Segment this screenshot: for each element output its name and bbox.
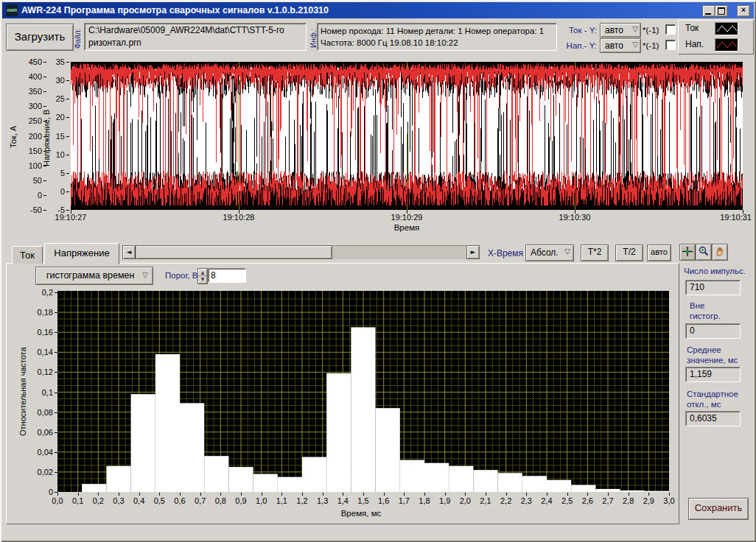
hist-x-tick: 1,0 [251, 496, 273, 505]
nap-y-scale-dropdown[interactable]: авто ▽ [600, 38, 641, 53]
hist-x-tickmark [262, 493, 262, 496]
hist-y-tick: 0,12 [22, 367, 53, 376]
x-time-label: X-Время [479, 248, 523, 258]
hist-x-tick: 1,4 [332, 496, 354, 505]
tok-y-scale-dropdown[interactable]: авто ▽ [600, 23, 641, 38]
close-button[interactable]: × [737, 5, 750, 17]
hist-x-tickmark [384, 493, 385, 496]
hist-x-tick: 1,2 [291, 496, 313, 505]
hist-x-tick: 0,2 [87, 496, 109, 505]
t-half-button-label: T/2 [623, 247, 635, 257]
hist-x-tickmark [404, 493, 405, 496]
t2-button[interactable]: T*2 [581, 244, 609, 261]
scrollbar-thumb[interactable] [136, 245, 332, 259]
tok-invert-checkbox[interactable] [665, 24, 676, 35]
hist-x-tick: 1,7 [393, 496, 415, 505]
scope-nap-tickmark [66, 62, 69, 63]
legend-tok-label: Ток [685, 24, 699, 32]
scope-tok-tickmark [43, 166, 46, 166]
threshold-input[interactable] [208, 268, 246, 283]
hist-y-tick: 0,02 [22, 468, 53, 476]
hist-x-tickmark [119, 493, 119, 496]
t-half-button[interactable]: T/2 [615, 244, 643, 261]
tok-invert-label: *(-1) [643, 26, 659, 35]
hist-x-tickmark [281, 493, 282, 496]
scope-nap-tickmark [66, 117, 69, 118]
x-time-mode-dropdown[interactable]: Абсол. ▽ [525, 244, 574, 261]
scope-nap-tickmark [66, 210, 69, 211]
chevron-down-icon: ▽ [632, 26, 638, 33]
scroll-left-button[interactable]: ◄ [122, 245, 136, 259]
spinner-up-icon: ▲ [198, 269, 207, 275]
save-button[interactable]: Сохранить [688, 498, 749, 520]
nap-line-icon [715, 39, 738, 51]
hist-x-tickmark [567, 493, 568, 496]
scope-nap-tick: 5 [46, 169, 65, 177]
hist-x-tickmark [648, 493, 649, 496]
hist-x-tick: 0,7 [189, 496, 211, 505]
app-icon-text: AWR [7, 8, 17, 13]
hist-y-tick: 0,2 [22, 288, 53, 297]
zoom-tool-button[interactable] [696, 244, 712, 261]
scroll-right-button[interactable]: ► [466, 245, 480, 259]
scope-tok-tickmark [43, 180, 46, 181]
tab-tok[interactable]: Ток [12, 246, 43, 264]
minimize-button[interactable] [702, 5, 715, 17]
scope-tok-axis-label: Ток, А [9, 113, 18, 161]
scope-tok-tick: 100 [18, 161, 42, 170]
hist-x-tick: 2,6 [576, 496, 598, 505]
scope-nap-tickmark [66, 173, 69, 174]
scope-x-tick: 19:10:29 [383, 213, 430, 222]
scope-x-tickmark [575, 210, 575, 214]
scope-nap-tickmark [66, 136, 69, 137]
histogram-plot[interactable] [57, 291, 669, 495]
hist-x-tickmark [98, 493, 99, 496]
hist-x-axis-label: Время, мс [323, 509, 399, 518]
threshold-label: Порог, В [165, 271, 197, 280]
tab-napryazhenie[interactable]: Напряжение [44, 243, 119, 264]
hist-x-tick: 1,6 [373, 496, 395, 505]
hist-x-tick: 1,8 [413, 496, 435, 505]
scrollbar[interactable]: ◄ ► [122, 245, 480, 259]
hist-y-tick: 0 [22, 488, 53, 496]
x-time-mode-value: Абсол. [531, 247, 559, 258]
pan-tool-button[interactable] [712, 244, 728, 261]
nap-invert-label: *(-1) [643, 41, 659, 50]
outside-hist-value: 0 [685, 323, 741, 339]
std-label: Стандартное откл., мс [687, 389, 756, 409]
hist-y-tickmark [55, 292, 57, 293]
file-path-field[interactable]: C:\Hardware\05009_AWR224M\dat\CTT\STT-5-… [84, 23, 307, 51]
maximize-button[interactable] [715, 5, 728, 17]
hist-y-tickmark [55, 472, 57, 473]
load-button-label: Загрузить [15, 30, 66, 43]
cursor-tool-button[interactable] [679, 244, 696, 261]
x-auto-button[interactable]: авто [647, 244, 671, 261]
file-label: Файл: [74, 26, 82, 51]
mean-label: Среднее значение, мс [687, 345, 753, 365]
hist-x-tickmark [526, 493, 527, 496]
scope-tok-tick: 350 [18, 87, 42, 96]
window-title: AWR-224 Программа просмотра сварочных си… [21, 5, 329, 15]
scope-plot[interactable] [71, 62, 743, 210]
hist-x-tickmark [343, 493, 343, 496]
analysis-mode-dropdown[interactable]: гистограмма времен ▽ [35, 267, 153, 285]
chevron-down-icon: ▽ [564, 248, 570, 256]
hist-y-tickmark [55, 393, 57, 393]
crosshair-icon [682, 245, 693, 258]
hist-x-tick: 2,1 [475, 496, 497, 505]
hist-x-tickmark [445, 493, 446, 496]
hist-x-tickmark [220, 493, 221, 496]
hist-x-tickmark [180, 493, 181, 496]
hist-x-tickmark [139, 493, 140, 496]
chevron-down-icon: ▽ [142, 272, 148, 279]
scope-nap-tick: 15 [46, 132, 65, 141]
application-window: AWR AWR-224 Программа просмотра сварочны… [0, 0, 756, 542]
hist-x-tickmark [241, 493, 242, 496]
tok-line-icon [715, 23, 738, 35]
threshold-spinner[interactable]: ▲ ▼ [197, 268, 208, 284]
hist-y-tick: 0,18 [22, 308, 53, 317]
nap-invert-checkbox[interactable] [665, 40, 676, 50]
load-button[interactable]: Загрузить [6, 24, 74, 51]
hist-x-tick: 0,0 [46, 496, 69, 505]
titlebar: AWR AWR-224 Программа просмотра сварочны… [2, 2, 754, 18]
